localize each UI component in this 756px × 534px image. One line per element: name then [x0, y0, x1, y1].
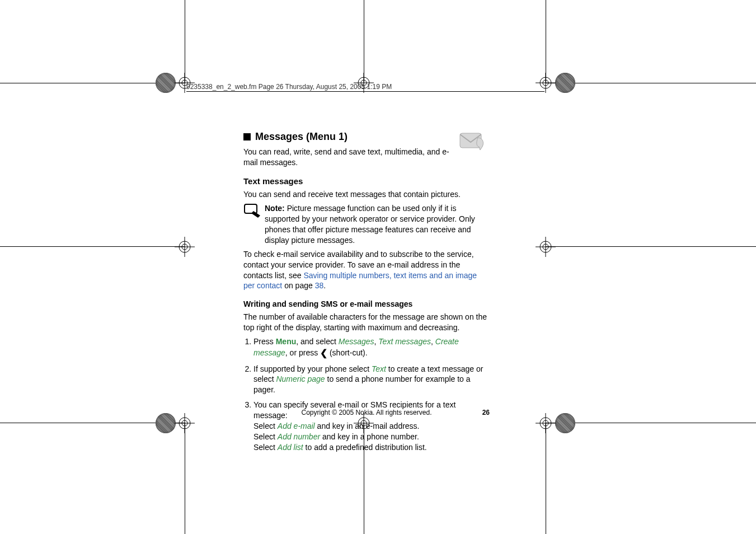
li-text: ,: [431, 337, 435, 346]
li-text: and key in a phone number.: [320, 432, 419, 441]
printer-mark-circle: [156, 413, 176, 433]
crop-line: [185, 423, 185, 534]
page-content: Messages (Menu 1) You can read, write, s…: [243, 130, 490, 457]
registration-mark-icon: [175, 413, 195, 433]
footer-copyright: Copyright © 2005 Nokia. All rights reser…: [243, 409, 490, 416]
registration-mark-icon: [175, 237, 195, 257]
link-page-38[interactable]: 38: [315, 281, 324, 290]
steps-list: Press Menu, and select Messages, Text me…: [243, 336, 490, 453]
registration-mark-icon: [536, 413, 556, 433]
left-key-icon: ❮: [320, 347, 327, 359]
menu-path-messages: Messages: [339, 337, 374, 346]
note-block: Note: Picture message function can be us…: [243, 203, 490, 246]
crop-line: [185, 0, 185, 83]
li-text: Press: [253, 337, 276, 346]
li-text: to add a predefined distribution list.: [303, 443, 427, 452]
crop-line: [546, 83, 756, 83]
registration-mark-icon: [536, 237, 556, 257]
note-body: Picture message function can be used onl…: [265, 204, 475, 245]
note-text: Note: Picture message function can be us…: [265, 203, 490, 246]
li-subline: Select Add list to add a predefined dist…: [253, 442, 490, 453]
menu-path-text-messages: Text messages: [378, 337, 431, 346]
li-text: Select: [253, 432, 278, 441]
list-item: Press Menu, and select Messages, Text me…: [253, 336, 490, 359]
li-text: (short-cut).: [327, 348, 368, 357]
registration-mark-icon: [536, 73, 556, 93]
crop-line: [546, 423, 546, 534]
para-text: .: [323, 281, 326, 290]
menu-key-label: Menu: [276, 337, 297, 346]
option-add-list: Add list: [278, 443, 303, 452]
option-add-number: Add number: [278, 432, 320, 441]
printer-mark-circle: [156, 73, 176, 93]
li-subline: Select Add number and key in a phone num…: [253, 432, 490, 442]
list-item: You can specify several e-mail or SMS re…: [253, 400, 490, 452]
li-text: , or press: [285, 348, 320, 357]
list-item: If supported by your phone select Text t…: [253, 364, 490, 396]
printer-mark-circle: [555, 73, 575, 93]
li-text: and key in an e-mail address.: [315, 421, 420, 430]
crop-line: [0, 246, 185, 247]
note-hand-icon: [243, 203, 265, 223]
square-bullet-icon: [243, 133, 251, 140]
section-heading-row: Messages (Menu 1): [243, 130, 490, 143]
li-text: Select: [253, 421, 278, 430]
option-numeric-page: Numeric page: [276, 374, 325, 383]
subheading-text-messages: Text messages: [243, 176, 490, 187]
li-text: If supported by your phone select: [253, 364, 372, 373]
page-header-strip: 9235338_en_2_web.fm Page 26 Thursday, Au…: [186, 83, 392, 91]
footer-page-number: 26: [482, 409, 490, 416]
note-label: Note:: [265, 204, 285, 213]
section-intro: You can read, write, send and save text,…: [243, 147, 450, 168]
writing-sms-intro: The number of available characters for t…: [243, 312, 490, 333]
svg-rect-33: [245, 204, 257, 213]
crop-line: [546, 246, 756, 247]
email-service-paragraph: To check e-mail service availability and…: [243, 249, 490, 292]
section-heading: Messages (Menu 1): [255, 130, 348, 143]
option-text: Text: [372, 364, 386, 373]
text-messages-intro: You can send and receive text messages t…: [243, 189, 490, 200]
printer-mark-circle: [555, 413, 575, 433]
header-rule: [186, 91, 544, 92]
para-text: on page: [282, 281, 314, 290]
subheading-writing-sms: Writing and sending SMS or e-mail messag…: [243, 299, 490, 310]
crop-line: [546, 423, 756, 423]
crop-line: [546, 0, 546, 83]
li-text: Select: [253, 443, 278, 452]
li-text: , and select: [296, 337, 339, 346]
crop-line: [364, 0, 364, 83]
li-subline: Select Add e-mail and key in an e-mail a…: [253, 421, 490, 432]
option-add-email: Add e-mail: [278, 421, 315, 430]
